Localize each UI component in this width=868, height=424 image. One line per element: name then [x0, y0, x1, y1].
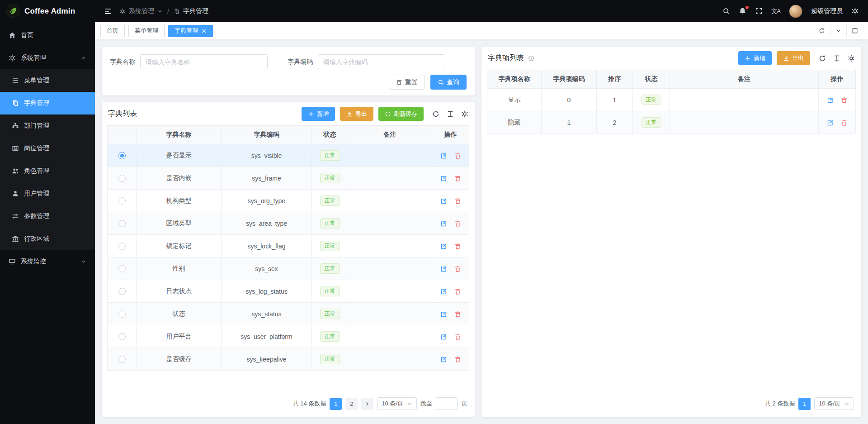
- delete-icon[interactable]: [454, 175, 461, 182]
- delete-icon[interactable]: [454, 266, 461, 272]
- sidebar-item-region-mgmt[interactable]: 行政区域: [0, 228, 95, 250]
- edit-icon[interactable]: [827, 119, 834, 126]
- refresh-cache-button[interactable]: 刷新缓存: [378, 107, 424, 121]
- sidebar-item-dict-mgmt[interactable]: 字典管理: [0, 92, 95, 114]
- tab-actions-dropdown[interactable]: [830, 25, 846, 37]
- edit-icon[interactable]: [440, 243, 447, 250]
- tab-menu-mgmt[interactable]: 菜单管理: [128, 25, 165, 37]
- page-1-button[interactable]: 1: [798, 398, 811, 410]
- edit-icon[interactable]: [440, 152, 447, 159]
- remark-cell: [348, 348, 432, 371]
- page-size-select[interactable]: 10 条/页: [814, 397, 854, 410]
- delete-icon[interactable]: [454, 311, 461, 318]
- sidebar-item-param-mgmt[interactable]: 参数管理: [0, 205, 95, 228]
- table-row[interactable]: 锁定标记 sys_lock_flag 正常: [108, 235, 469, 257]
- tab-dict-mgmt[interactable]: 字典管理: [168, 25, 213, 37]
- next-page-button[interactable]: [361, 398, 373, 410]
- row-radio[interactable]: [118, 152, 126, 159]
- delete-icon[interactable]: [454, 220, 461, 227]
- delete-icon[interactable]: [454, 356, 461, 363]
- query-button[interactable]: 查询: [430, 75, 467, 90]
- close-icon[interactable]: [201, 28, 207, 33]
- delete-icon[interactable]: [841, 119, 848, 126]
- edit-icon[interactable]: [440, 175, 447, 182]
- add-dict-button[interactable]: 新增: [302, 107, 335, 121]
- page-2-button[interactable]: 2: [345, 398, 358, 410]
- delete-icon[interactable]: [841, 97, 848, 104]
- gear-icon[interactable]: [848, 55, 855, 62]
- tab-home[interactable]: 首页: [100, 25, 125, 37]
- table-row[interactable]: 性别 sys_sex 正常: [108, 257, 469, 280]
- row-radio[interactable]: [118, 243, 126, 250]
- table-row[interactable]: 是否内嵌 sys_frame 正常: [108, 167, 469, 190]
- breadcrumb-item-system[interactable]: 系统管理: [129, 7, 154, 15]
- table-row[interactable]: 显示 0 1 正常: [487, 89, 856, 111]
- edit-icon[interactable]: [440, 333, 447, 340]
- column-settings-icon[interactable]: [447, 110, 454, 118]
- delete-icon[interactable]: [454, 333, 461, 340]
- table-row[interactable]: 是否缓存 sys_keepalive 正常: [108, 348, 469, 371]
- refresh-table-icon[interactable]: [432, 110, 439, 118]
- export-dict-button[interactable]: 导出: [340, 107, 373, 121]
- gear-icon[interactable]: [461, 110, 468, 118]
- row-radio[interactable]: [118, 356, 126, 363]
- language-switch-button[interactable]: 文A: [771, 7, 780, 15]
- page-1-button[interactable]: 1: [330, 398, 342, 410]
- edit-icon[interactable]: [440, 220, 447, 227]
- jump-page-input[interactable]: [436, 397, 458, 410]
- info-icon[interactable]: [528, 55, 534, 62]
- search-button[interactable]: [722, 7, 730, 15]
- delete-icon[interactable]: [454, 288, 461, 295]
- sidebar-item-user-mgmt[interactable]: 用户管理: [0, 182, 95, 205]
- dict-name-input[interactable]: [140, 54, 268, 69]
- sidebar-group-system[interactable]: 系统管理: [0, 47, 95, 69]
- row-radio[interactable]: [118, 197, 126, 205]
- row-radio[interactable]: [118, 310, 126, 318]
- sidebar-item-home[interactable]: 首页: [0, 24, 95, 47]
- fullscreen-button[interactable]: [755, 7, 763, 15]
- sidebar-item-dept-mgmt[interactable]: 部门管理: [0, 114, 95, 137]
- settings-button[interactable]: [851, 7, 859, 15]
- row-radio[interactable]: [118, 265, 126, 272]
- table-row[interactable]: 隐藏 1 2 正常: [487, 111, 856, 134]
- table-row[interactable]: 状态 sys_status 正常: [108, 303, 469, 325]
- edit-icon[interactable]: [827, 97, 834, 104]
- edit-icon[interactable]: [440, 356, 447, 363]
- delete-icon[interactable]: [454, 243, 461, 250]
- delete-icon[interactable]: [454, 198, 461, 205]
- status-badge: 正常: [320, 218, 340, 229]
- row-radio[interactable]: [118, 333, 126, 340]
- edit-icon[interactable]: [440, 198, 447, 205]
- page-size-select[interactable]: 10 条/页: [377, 397, 417, 410]
- status-badge: 正常: [320, 309, 340, 319]
- sidebar-item-post-mgmt[interactable]: 岗位管理: [0, 137, 95, 160]
- dict-code-input[interactable]: [318, 54, 445, 69]
- add-dict-item-button[interactable]: 新增: [738, 51, 772, 65]
- expand-content-button[interactable]: [846, 25, 863, 37]
- table-row[interactable]: 区域类型 sys_area_type 正常: [108, 212, 469, 235]
- sidebar-item-menu-mgmt[interactable]: 菜单管理: [0, 69, 95, 92]
- row-radio[interactable]: [118, 288, 126, 295]
- row-radio[interactable]: [118, 220, 126, 227]
- refresh-table-icon[interactable]: [819, 55, 826, 62]
- sidebar-group-monitor[interactable]: 系统监控: [0, 250, 95, 273]
- user-name[interactable]: 超级管理员: [811, 7, 843, 15]
- refresh-page-button[interactable]: [814, 25, 830, 37]
- plus-icon: [308, 111, 314, 117]
- reset-button[interactable]: 重置: [389, 75, 425, 90]
- row-radio[interactable]: [118, 175, 126, 182]
- collapse-sidebar-button[interactable]: [104, 7, 112, 15]
- table-row[interactable]: 日志状态 sys_log_status 正常: [108, 280, 469, 303]
- delete-icon[interactable]: [454, 152, 461, 159]
- column-settings-icon[interactable]: [833, 55, 840, 62]
- table-row[interactable]: 是否显示 sys_visible 正常: [108, 144, 469, 167]
- edit-icon[interactable]: [440, 266, 447, 272]
- table-row[interactable]: 机构类型 sys_org_type 正常: [108, 190, 469, 212]
- table-row[interactable]: 用户平台 sys_user_platform 正常: [108, 325, 469, 348]
- edit-icon[interactable]: [440, 311, 447, 318]
- avatar[interactable]: [789, 5, 802, 18]
- export-dict-item-button[interactable]: 导出: [777, 51, 810, 65]
- sidebar-item-role-mgmt[interactable]: 角色管理: [0, 160, 95, 182]
- notifications-button[interactable]: [739, 7, 746, 15]
- edit-icon[interactable]: [440, 288, 447, 295]
